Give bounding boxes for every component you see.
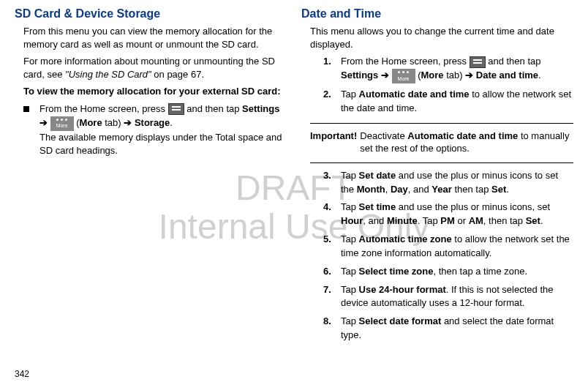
bullet-icon bbox=[23, 106, 29, 112]
step-8: 8. Tap Select date format and select the… bbox=[301, 315, 573, 343]
important-label: Important! bbox=[310, 130, 357, 155]
divider bbox=[310, 123, 573, 124]
menu-icon bbox=[470, 56, 486, 68]
step-number: 5. bbox=[323, 233, 341, 261]
step-2: 2. Tap Automatic date and time to allow … bbox=[301, 88, 573, 116]
page-content: SD Card & Device Storage From this menu … bbox=[15, 7, 573, 347]
right-column: Date and Time This menu allows you to ch… bbox=[301, 7, 573, 347]
menu-icon bbox=[168, 103, 184, 115]
step-5: 5. Tap Automatic time zone to allow the … bbox=[301, 233, 573, 261]
step-1: 1. From the Home screen, press and then … bbox=[301, 55, 573, 83]
left-column: SD Card & Device Storage From this menu … bbox=[15, 7, 287, 347]
important-note: Important! Deactivate Automatic date and… bbox=[301, 130, 573, 155]
step-3: 3. Tap Set date and use the plus or minu… bbox=[301, 169, 573, 197]
step-number: 3. bbox=[323, 169, 341, 197]
step-number: 2. bbox=[323, 88, 341, 116]
sd-bullet: From the Home screen, press and then tap… bbox=[15, 102, 287, 159]
step-number: 7. bbox=[323, 283, 341, 311]
dt-para-1: This menu allows you to change the curre… bbox=[301, 25, 573, 51]
page-number: 342 bbox=[15, 369, 29, 379]
sd-para-1: From this menu you can view the memory a… bbox=[15, 25, 287, 51]
step-4: 4. Tap Set time and use the plus or minu… bbox=[301, 201, 573, 228]
step-number: 4. bbox=[323, 201, 341, 228]
sd-instruction-title: To view the memory allocation for your e… bbox=[15, 85, 287, 98]
step-number: 6. bbox=[323, 265, 341, 279]
sd-bullet-body: From the Home screen, press and then tap… bbox=[39, 102, 287, 159]
divider bbox=[310, 162, 573, 163]
sd-para-2: For more information about mounting or u… bbox=[15, 55, 287, 81]
step-7: 7. Tap Use 24-hour format. If this is no… bbox=[301, 283, 573, 311]
step-number: 1. bbox=[323, 55, 341, 83]
step-number: 8. bbox=[323, 315, 341, 343]
more-icon bbox=[392, 69, 415, 83]
more-icon bbox=[50, 116, 74, 131]
heading-date-time: Date and Time bbox=[301, 7, 573, 20]
heading-sd-card: SD Card & Device Storage bbox=[15, 7, 287, 20]
step-6: 6. Tap Select time zone, then tap a time… bbox=[301, 265, 573, 279]
